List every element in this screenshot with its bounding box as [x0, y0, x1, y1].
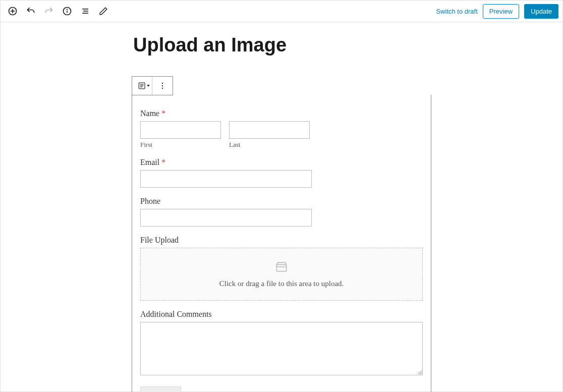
page-title[interactable]: Upload an Image	[133, 34, 433, 56]
phone-label: Phone	[140, 197, 423, 206]
phone-input[interactable]	[140, 209, 312, 227]
email-field-group: Email *	[140, 158, 423, 188]
name-field-group: Name * First Last	[140, 109, 423, 149]
form-block-wrapper: Name * First Last Email *	[132, 76, 431, 392]
comments-label: Additional Comments	[140, 310, 423, 319]
upload-box-icon	[274, 260, 289, 273]
name-label: Name *	[140, 109, 423, 118]
email-input[interactable]	[140, 170, 312, 188]
block-type-button[interactable]	[132, 77, 152, 95]
editor-content: Upload an Image Name * First	[0, 22, 563, 392]
svg-point-14	[162, 85, 163, 87]
last-name-input[interactable]	[229, 121, 310, 139]
update-button[interactable]: Update	[524, 4, 558, 19]
email-label-text: Email	[140, 158, 159, 166]
first-name-input[interactable]	[140, 121, 221, 139]
edit-mode-button[interactable]	[95, 3, 111, 19]
svg-point-15	[162, 88, 163, 89]
last-name-col: Last	[229, 121, 310, 149]
toolbar-left	[5, 3, 111, 19]
add-block-button[interactable]	[5, 3, 21, 19]
switch-to-draft-link[interactable]: Switch to draft	[436, 8, 477, 15]
chevron-down-icon	[147, 85, 150, 87]
comments-group: Additional Comments	[140, 310, 423, 377]
block-toolbar	[132, 76, 173, 95]
svg-point-13	[162, 83, 163, 84]
name-label-text: Name	[140, 109, 159, 118]
editor-toolbar: Switch to draft Preview Update	[0, 0, 563, 22]
last-sublabel: Last	[229, 141, 310, 149]
undo-button[interactable]	[23, 3, 39, 19]
submit-button[interactable]: Submit	[140, 386, 181, 392]
toolbar-right: Switch to draft Preview Update	[436, 4, 558, 19]
info-button[interactable]	[59, 3, 75, 19]
email-label: Email *	[140, 158, 423, 167]
svg-point-5	[67, 9, 68, 10]
outline-button[interactable]	[77, 3, 93, 19]
svg-rect-16	[276, 265, 287, 271]
form-block[interactable]: Name * First Last Email *	[132, 95, 431, 392]
first-name-col: First	[140, 121, 221, 149]
name-row: First Last	[140, 121, 423, 149]
file-upload-label: File Upload	[140, 236, 423, 245]
redo-button[interactable]	[41, 3, 57, 19]
phone-field-group: Phone	[140, 197, 423, 227]
upload-hint: Click or drag a file to this area to upl…	[146, 279, 417, 288]
first-sublabel: First	[140, 141, 221, 149]
file-upload-group: File Upload Click or drag a file to this…	[140, 236, 423, 301]
required-mark: *	[161, 158, 165, 166]
file-upload-zone[interactable]: Click or drag a file to this area to upl…	[140, 248, 423, 301]
comments-textarea[interactable]	[140, 322, 423, 375]
preview-button[interactable]: Preview	[483, 4, 519, 19]
block-more-button[interactable]	[152, 77, 173, 95]
required-mark: *	[161, 109, 165, 118]
